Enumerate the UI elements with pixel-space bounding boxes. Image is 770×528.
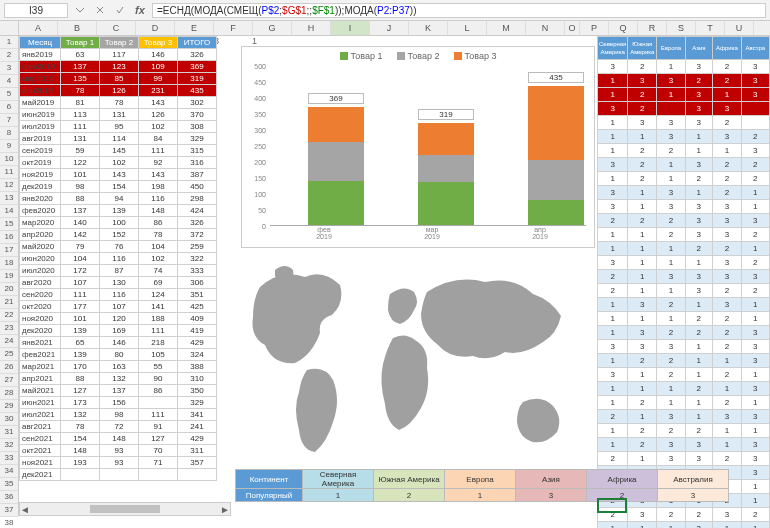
summary-table[interactable]: КонтинентСеверная АмерикаЮжная АмерикаЕв… [235,469,729,502]
scroll-right-icon[interactable]: ► [220,504,230,515]
region-table[interactable]: Северная АмерикаЮжная АмерикаЕвропаАзияА… [597,36,770,528]
accept-icon[interactable] [112,2,128,18]
row-headers: 1234567891011121314151617181920212223242… [0,36,19,516]
formula-bar: I39 fx =ЕСНД(МОДА(СМЕЩ(P$2;$G$1;;$F$1));… [0,0,770,21]
chart-plot-area: 500450400350300250200150100500369319435 [270,65,586,226]
scroll-thumb[interactable] [90,505,160,513]
cancel-icon[interactable] [92,2,108,18]
fx-icon[interactable]: fx [132,2,148,18]
data-table[interactable]: МесяцТовар 1Товар 2Товар 3ИТОГО янв20196… [19,36,217,481]
bar-chart[interactable]: Товар 1 Товар 2 Товар 3 5004504003503002… [241,46,595,248]
name-box[interactable]: I39 [4,3,68,18]
world-map[interactable] [235,252,595,492]
worksheet[interactable]: 3 1 МесяцТовар 1Товар 2Товар 3ИТОГО янв2… [19,36,770,516]
horizontal-scrollbar[interactable]: ◄ ► [19,502,231,516]
formula-input[interactable]: =ЕСНД(МОДА(СМЕЩ(P$2;$G$1;;$F$1));МОДА(P2… [152,3,766,18]
scroll-left-icon[interactable]: ◄ [20,504,30,515]
chart-legend: Товар 1 Товар 2 Товар 3 [242,47,594,65]
cell-g1: 1 [252,36,257,46]
name-dropdown-icon[interactable] [72,2,88,18]
column-headers: ABCDEFGHIJKLMNOPQRSTU [0,21,770,36]
